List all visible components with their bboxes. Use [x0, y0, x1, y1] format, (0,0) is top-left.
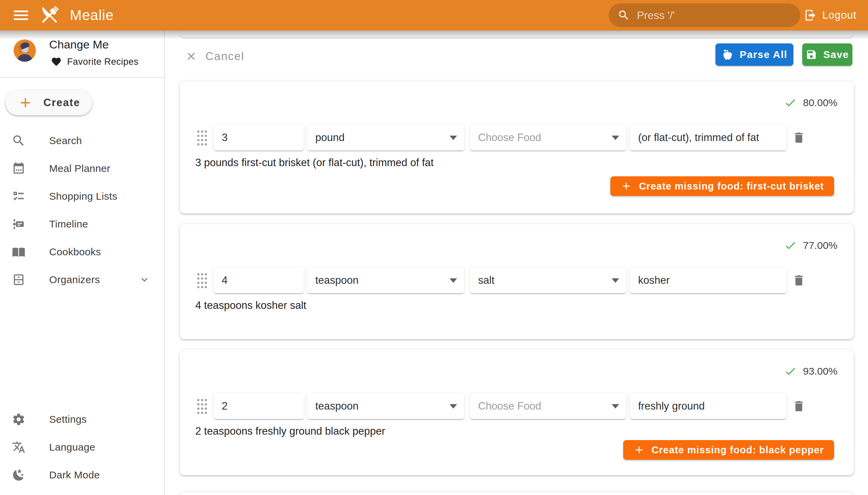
translate-icon — [12, 440, 26, 454]
save-button[interactable]: Save — [802, 44, 852, 66]
confidence-value: 80.00% — [803, 97, 837, 108]
delete-button[interactable] — [792, 130, 806, 145]
trash-icon — [792, 399, 806, 413]
app-title: Mealie — [70, 7, 114, 23]
gear-icon — [12, 412, 26, 427]
parse-all-button[interactable]: Parse All — [715, 44, 794, 66]
ingredient-inputs-row: teaspoon Choose Food — [180, 393, 854, 419]
sidebar-item-cookbooks[interactable]: Cookbooks — [0, 238, 164, 266]
sidebar-item-label: Organizers — [49, 274, 100, 286]
cancel-label: Cancel — [205, 50, 244, 63]
sidebar-item-organizers[interactable]: Organizers — [0, 266, 164, 294]
note-field[interactable] — [630, 268, 787, 293]
ingredient-parser-main: Cancel Parse All Save 80.00% pound Choos… — [165, 31, 868, 495]
sidebar-item-label: Cookbooks — [49, 246, 101, 258]
parse-all-label: Parse All — [740, 49, 788, 61]
note-field[interactable] — [630, 125, 787, 151]
confidence-value: 93.00% — [803, 365, 837, 377]
ingredient-card — [180, 492, 854, 495]
close-icon — [185, 50, 197, 62]
logout-icon — [804, 9, 817, 22]
global-search[interactable] — [609, 3, 800, 27]
sidebar-item-settings[interactable]: Settings — [0, 406, 164, 433]
sidebar: Change Me Favorite Recipes Create Search… — [0, 31, 165, 495]
checklist-icon — [12, 189, 26, 203]
quantity-field[interactable] — [214, 125, 304, 151]
drag-handle-icon[interactable] — [197, 398, 207, 415]
favorites-label: Favorite Recipes — [67, 57, 139, 67]
search-icon — [12, 134, 26, 148]
favorite-recipes-link[interactable]: Favorite Recipes — [51, 56, 139, 67]
quantity-field[interactable] — [214, 393, 304, 419]
plus-icon — [633, 444, 645, 456]
plus-icon — [18, 95, 33, 110]
food-select[interactable]: Choose Food — [470, 393, 627, 419]
drag-handle-icon[interactable] — [197, 272, 207, 289]
sidebar-item-meal-planner[interactable]: Meal Planner — [0, 155, 164, 183]
ingredient-card: 77.00% teaspoon salt 4 teaspoons kosher … — [180, 224, 854, 339]
unit-select[interactable]: teaspoon — [307, 393, 464, 419]
original-ingredient-text: 3 pounds first-cut brisket (or flat-cut)… — [195, 156, 434, 170]
sidebar-item-dark-mode[interactable]: Dark Mode — [0, 461, 164, 489]
quantity-field[interactable] — [214, 268, 304, 293]
user-name: Change Me — [49, 38, 109, 51]
confidence-value: 77.00% — [803, 240, 837, 251]
timeline-icon — [12, 217, 26, 231]
create-button[interactable]: Create — [5, 90, 92, 115]
delete-button[interactable] — [792, 399, 806, 414]
create-missing-food-button[interactable]: Create missing food: first-cut brisket — [610, 176, 834, 196]
sidebar-item-timeline[interactable]: Timeline — [0, 210, 164, 238]
confidence-row: 77.00% — [784, 239, 837, 252]
unit-select[interactable]: pound — [307, 125, 464, 151]
save-icon — [806, 49, 817, 61]
trash-icon — [792, 274, 806, 287]
search-icon — [617, 8, 630, 22]
caret-down-icon — [449, 404, 457, 409]
logout-button[interactable]: Logout — [801, 0, 860, 31]
mealie-logo-icon[interactable] — [37, 2, 62, 28]
sidebar-item-shopping-lists[interactable]: Shopping Lists — [0, 183, 164, 210]
search-input[interactable] — [636, 9, 792, 22]
sidebar-item-search[interactable]: Search — [0, 127, 164, 155]
sidebar-divider — [0, 77, 164, 78]
sidebar-item-label: Search — [49, 135, 82, 147]
caret-down-icon — [449, 136, 457, 140]
confidence-row: 93.00% — [784, 365, 837, 378]
save-label: Save — [823, 49, 849, 61]
check-icon — [784, 365, 797, 378]
note-field[interactable] — [630, 393, 787, 419]
drag-handle-icon[interactable] — [197, 130, 207, 147]
sidebar-item-label: Meal Planner — [49, 163, 110, 174]
mealie-app: Mealie Logout Change Me — [0, 0, 868, 495]
heart-icon — [51, 56, 62, 67]
food-select[interactable]: Choose Food — [470, 125, 627, 151]
chevron-down-icon — [138, 274, 151, 286]
caret-down-icon — [612, 278, 619, 283]
sidebar-item-label: Dark Mode — [49, 469, 100, 481]
sidebar-item-label: Settings — [49, 414, 87, 425]
logout-label: Logout — [822, 9, 856, 21]
cancel-button[interactable]: Cancel — [185, 46, 244, 66]
ingredient-card: 80.00% pound Choose Food 3 pounds first-… — [180, 81, 854, 214]
avatar[interactable] — [14, 39, 36, 62]
menu-icon[interactable] — [10, 4, 32, 26]
unit-select[interactable]: teaspoon — [307, 268, 464, 293]
caret-down-icon — [612, 136, 619, 140]
food-select[interactable]: salt — [470, 268, 627, 293]
user-section[interactable]: Change Me Favorite Recipes — [0, 31, 164, 77]
cabinet-icon — [12, 273, 26, 287]
apple-icon — [721, 49, 734, 61]
plus-icon — [620, 181, 632, 192]
trash-icon — [792, 131, 806, 144]
delete-button[interactable] — [792, 273, 806, 288]
check-icon — [784, 96, 797, 109]
confidence-row: 80.00% — [784, 96, 837, 109]
create-label: Create — [44, 97, 80, 109]
calendar-icon — [12, 161, 26, 176]
more-options-button[interactable] — [816, 399, 831, 414]
more-options-button[interactable] — [816, 273, 831, 288]
more-options-button[interactable] — [816, 130, 831, 145]
sidebar-item-language[interactable]: Language — [0, 433, 164, 461]
original-ingredient-text: 2 teaspoons freshly ground black pepper — [195, 425, 385, 438]
create-missing-food-button[interactable]: Create missing food: black pepper — [623, 440, 834, 460]
